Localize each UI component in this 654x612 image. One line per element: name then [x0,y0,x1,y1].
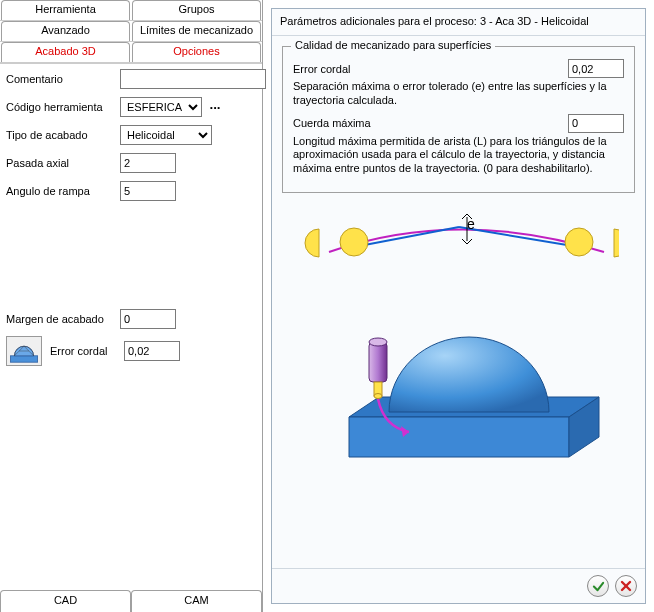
tab-opciones[interactable]: Opciones [132,42,261,62]
params-dialog: Parámetros adicionales para el proceso: … [271,8,646,604]
axial-pass-input[interactable] [120,153,176,173]
close-icon [620,580,632,592]
bottom-tab-cad[interactable]: CAD [0,590,131,612]
svg-line-4 [354,227,459,247]
dialog-footer [272,568,645,603]
svg-point-7 [565,228,593,256]
tab-herramienta[interactable]: Herramienta [1,0,130,20]
tab-grupos[interactable]: Grupos [132,0,261,20]
chordal-error-input[interactable] [124,341,180,361]
svg-rect-16 [369,342,387,382]
ramp-angle-label: Angulo de rampa [6,185,116,197]
svg-rect-0 [10,356,37,362]
ramp-angle-input[interactable] [120,181,176,201]
tab-avanzado[interactable]: Avanzado [1,21,130,41]
cancel-button[interactable] [615,575,637,597]
finish-type-label: Tipo de acabado [6,129,116,141]
dlg-maxchord-desc: Longitud máxima permitida de arista (L) … [293,135,624,176]
dome-icon [8,338,40,364]
ok-button[interactable] [587,575,609,597]
chordal-diagram-svg: e [299,197,619,487]
group-legend: Calidad de mecanizado para superfícies [291,39,495,51]
dialog-title: Parámetros adicionales para el proceso: … [272,9,645,36]
finish-margin-label: Margen de acabado [6,313,116,325]
dlg-chordal-label: Error cordal [293,63,562,75]
dlg-chordal-desc: Separación máxima o error tolerado (e) e… [293,80,624,108]
form-area: Comentario Código herramienta ESFERICA 0… [0,63,262,612]
svg-point-17 [369,338,387,346]
check-icon [592,580,605,593]
bottom-tabs: CAD CAM [0,590,262,612]
tab-limites[interactable]: Límites de mecanizado [132,21,261,41]
tool-code-select[interactable]: ESFERICA 0 [120,97,202,117]
svg-line-11 [462,239,467,244]
axial-pass-label: Pasada axial [6,157,116,169]
svg-point-19 [374,393,382,398]
tab-row-2: Avanzado Límites de mecanizado [0,21,262,42]
tab-row-3: Acabado 3D Opciones [0,42,262,63]
tool-code-label: Código herramienta [6,101,116,113]
dlg-chordal-input[interactable] [568,59,624,78]
left-panel: Herramienta Grupos Avanzado Límites de m… [0,0,263,612]
comment-input[interactable] [120,69,266,89]
tool-code-more-button[interactable]: ··· [206,98,224,116]
dlg-maxchord-input[interactable] [568,114,624,133]
svg-point-6 [340,228,368,256]
chordal-error-icon[interactable] [6,336,42,366]
chordal-error-label: Error cordal [50,345,120,357]
right-panel: Parámetros adicionales para el proceso: … [263,0,654,612]
bottom-tab-cam[interactable]: CAM [131,590,262,612]
dlg-maxchord-label: Cuerda máxima [293,117,562,129]
tab-row-1: Herramienta Grupos [0,0,262,21]
svg-line-12 [467,239,472,244]
svg-line-5 [459,227,579,247]
comment-label: Comentario [6,73,116,85]
diagram: e [282,197,635,487]
surface-quality-group: Calidad de mecanizado para superfícies E… [282,46,635,193]
svg-marker-14 [349,417,569,457]
finish-type-select[interactable]: Helicoidal [120,125,212,145]
tab-acabado-3d[interactable]: Acabado 3D [1,42,130,62]
finish-margin-input[interactable] [120,309,176,329]
